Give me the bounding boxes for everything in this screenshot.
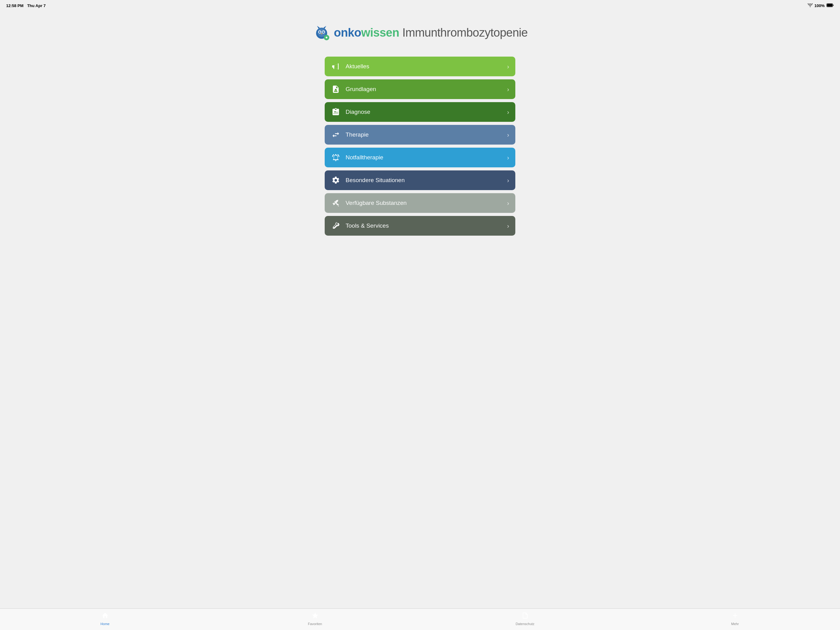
chevron-diagnose: › (507, 109, 509, 116)
chevron-notfall: › (507, 154, 509, 161)
menu-item-left: Notfalltherapie (331, 153, 384, 162)
svg-point-7 (319, 31, 321, 33)
svg-point-16 (333, 66, 334, 67)
chevron-tools: › (507, 222, 509, 230)
chevron-therapie: › (507, 131, 509, 138)
status-time: 12:58 PM (6, 3, 24, 8)
svg-point-11 (324, 32, 324, 32)
menu-item-left: Aktuelles (331, 62, 369, 71)
battery-icon (826, 3, 834, 8)
chevron-besondere: › (507, 177, 509, 184)
menu-label-verfugbare: Verfügbare Substanzen (346, 199, 407, 206)
home-icon (101, 612, 109, 621)
document-person-icon (331, 84, 341, 94)
title-onko: onko (334, 26, 361, 39)
tab-mehr[interactable]: Mehr (630, 612, 840, 626)
title-subtitle: Immunthrombozytopenie (399, 26, 527, 39)
tab-home-label: Home (101, 622, 109, 626)
menu-item-therapie[interactable]: Therapie › (325, 125, 515, 144)
status-date: Thu Apr 7 (27, 3, 46, 8)
syringe-icon (331, 198, 341, 208)
megaphone-icon (331, 62, 341, 71)
arrows-cross-icon (331, 130, 341, 140)
app-title-container: onkowissen Immunthrombozytopenie (334, 26, 527, 40)
star-icon (311, 612, 319, 621)
owl-logo (313, 24, 331, 42)
document-icon (521, 612, 529, 621)
tab-home[interactable]: Home (0, 612, 210, 626)
tab-favoriten[interactable]: Favoriten (210, 612, 420, 626)
menu-item-besondere[interactable]: Besondere Situationen › (325, 171, 515, 190)
menu-item-left: Tools & Services (331, 221, 388, 231)
svg-point-8 (320, 32, 321, 32)
menu-item-left: Diagnose (331, 107, 370, 117)
menu-item-left: Therapie (331, 130, 369, 140)
tab-bar: Home Favoriten Datenschutz Mehr (0, 608, 840, 630)
wifi-icon (808, 3, 813, 8)
chevron-grundlagen: › (507, 86, 509, 93)
menu-item-left: Grundlagen (331, 84, 376, 94)
title-wissen: wissen (361, 26, 399, 39)
menu-label-diagnose: Diagnose (346, 109, 370, 116)
menu-label-grundlagen: Grundlagen (346, 86, 376, 93)
menu-label-notfall: Notfalltherapie (346, 154, 384, 161)
battery-percentage: 100% (815, 3, 825, 8)
svg-rect-15 (326, 36, 327, 38)
app-header: onkowissen Immunthrombozytopenie (313, 24, 527, 42)
menu-label-tools: Tools & Services (346, 222, 388, 229)
menu-item-grundlagen[interactable]: Grundlagen › (325, 79, 515, 99)
plus-icon (731, 612, 739, 621)
menu-item-notfall[interactable]: Notfalltherapie › (325, 148, 515, 167)
menu-item-diagnose[interactable]: Diagnose › (325, 102, 515, 122)
menu-label-aktuelles: Aktuelles (346, 63, 369, 70)
status-bar: 12:58 PM Thu Apr 7 100% (0, 0, 840, 11)
main-content: onkowissen Immunthrombozytopenie Aktuell… (0, 11, 840, 608)
chevron-aktuelles: › (507, 63, 509, 70)
clipboard-pulse-icon (331, 107, 341, 117)
gear-icon (331, 175, 341, 185)
alarm-bell-icon (331, 153, 341, 162)
menu-item-left: Verfügbare Substanzen (331, 198, 407, 208)
menu-item-tools[interactable]: Tools & Services › (325, 216, 515, 236)
wrench-icon (331, 221, 341, 231)
menu-label-besondere: Besondere Situationen (346, 177, 405, 184)
tab-datenschutz[interactable]: Datenschutz (420, 612, 630, 626)
tab-mehr-label: Mehr (731, 622, 739, 626)
menu-item-left: Besondere Situationen (331, 175, 405, 185)
menu-item-verfugbare[interactable]: Verfügbare Substanzen › (325, 193, 515, 213)
menu-item-aktuelles[interactable]: Aktuelles › (325, 57, 515, 76)
svg-rect-1 (827, 4, 833, 6)
tab-datenschutz-label: Datenschutz (516, 622, 534, 626)
svg-point-10 (322, 31, 324, 33)
chevron-verfugbare: › (507, 199, 509, 207)
tab-favoriten-label: Favoriten (308, 622, 322, 626)
menu-label-therapie: Therapie (346, 131, 369, 138)
menu-list: Aktuelles › Grundlagen › (325, 57, 515, 236)
